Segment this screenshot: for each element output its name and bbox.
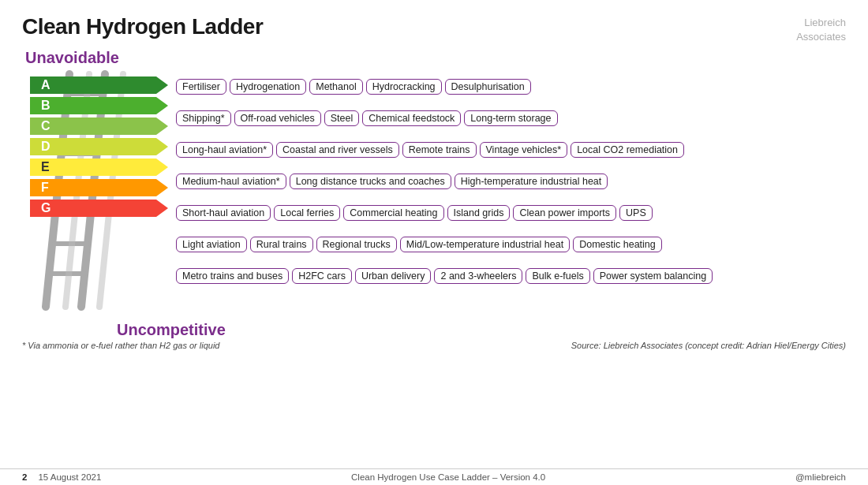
- tag: Urban delivery: [355, 268, 432, 284]
- page-title: Clean Hydrogen Ladder: [22, 14, 263, 39]
- svg-text:F: F: [41, 181, 49, 194]
- tag: Long-haul aviation*: [176, 142, 273, 158]
- tag: Regional trucks: [316, 237, 397, 252]
- footer-center: Clean Hydrogen Use Case Ladder – Version…: [101, 472, 795, 482]
- tag: Metro trains and buses: [176, 268, 289, 284]
- tag-list-e: Short-haul aviationLocal ferriesCommerci…: [176, 205, 653, 221]
- note-right: Source: Liebreich Associates (concept cr…: [571, 341, 846, 350]
- tag: Commercial heating: [343, 205, 443, 221]
- tag: High-temperature industrial heat: [455, 173, 608, 189]
- tag: Clean power imports: [513, 205, 616, 221]
- tag-list-a: FertiliserHydrogenationMethanolHydrocrac…: [176, 79, 531, 95]
- tag: Chemical feedstock: [362, 110, 461, 126]
- rows-area: FertiliserHydrogenationMethanolHydrocrac…: [176, 70, 846, 291]
- tag: Vintage vehicles*: [480, 142, 568, 158]
- tag: Desulphurisation: [445, 79, 531, 95]
- tag: Coastal and river vessels: [276, 142, 399, 158]
- logo: Liebreich Associates: [796, 16, 846, 44]
- tag: Remote trains: [402, 142, 477, 158]
- bottom-bar: 2 15 August 2021 Clean Hydrogen Use Case…: [0, 468, 868, 485]
- header: Clean Hydrogen Ladder Liebreich Associat…: [22, 14, 846, 44]
- tag: Local CO2 remediation: [571, 142, 684, 158]
- tag: Short-haul aviation: [176, 205, 271, 221]
- svg-text:G: G: [41, 201, 51, 215]
- svg-marker-11: [30, 76, 168, 94]
- ladder-svg: A B C D E F G: [22, 70, 176, 315]
- note-left: * Via ammonia or e-fuel rather than H2 g…: [22, 341, 220, 350]
- tag: Off-road vehicles: [234, 110, 321, 126]
- tag: Shipping*: [176, 110, 231, 126]
- ladder-row-d: Medium-haul aviation*Long distance truck…: [176, 166, 846, 196]
- svg-text:C: C: [41, 119, 51, 132]
- unavoidable-label: Unavoidable: [25, 49, 846, 67]
- ladder-row-a: FertiliserHydrogenationMethanolHydrocrac…: [176, 72, 846, 102]
- ladder-row-b: Shipping*Off-road vehiclesSteelChemical …: [176, 103, 846, 133]
- tag: UPS: [619, 205, 653, 221]
- svg-marker-13: [30, 97, 168, 114]
- footer-date: 15 August 2021: [38, 472, 101, 482]
- svg-marker-15: [30, 118, 168, 135]
- tag: H2FC cars: [292, 268, 352, 284]
- tag-list-g: Metro trains and busesH2FC carsUrban del…: [176, 268, 713, 284]
- ladder-row-c: Long-haul aviation*Coastal and river ves…: [176, 135, 846, 165]
- ladder-row-g: Metro trains and busesH2FC carsUrban del…: [176, 261, 846, 291]
- ladder-row-e: Short-haul aviationLocal ferriesCommerci…: [176, 198, 846, 228]
- tag: Medium-haul aviation*: [176, 173, 286, 189]
- ladder-graphic: A B C D E F G: [22, 70, 176, 318]
- tag: Hydrogenation: [230, 79, 306, 95]
- tag: Local ferries: [274, 205, 340, 221]
- tag-list-b: Shipping*Off-road vehiclesSteelChemical …: [176, 110, 558, 126]
- footer-right: @mliebreich: [795, 472, 846, 482]
- tag: Island grids: [447, 205, 511, 221]
- tag: Power system balancing: [593, 268, 713, 284]
- svg-marker-19: [30, 159, 168, 176]
- tag: Steel: [324, 110, 360, 126]
- ladder-row-f: Light aviationRural trainsRegional truck…: [176, 229, 846, 259]
- tag: Domestic heating: [573, 237, 662, 252]
- page-number: 2: [22, 472, 27, 482]
- tag: Mid/Low-temperature industrial heat: [400, 237, 570, 252]
- svg-text:D: D: [41, 140, 51, 153]
- tag: Hydrocracking: [366, 79, 442, 95]
- tag: Rural trains: [250, 237, 313, 252]
- tag: 2 and 3-wheelers: [434, 268, 522, 284]
- tag-list-c: Long-haul aviation*Coastal and river ves…: [176, 142, 684, 158]
- svg-marker-17: [30, 138, 168, 155]
- tag: Long distance trucks and coaches: [290, 173, 451, 189]
- svg-marker-21: [30, 179, 168, 196]
- svg-text:E: E: [41, 160, 50, 173]
- svg-text:A: A: [41, 78, 51, 91]
- uncompetitive-label: Uncompetitive: [117, 321, 846, 339]
- tag: Fertiliser: [176, 79, 226, 95]
- svg-text:B: B: [41, 99, 51, 112]
- tag-list-f: Light aviationRural trainsRegional truck…: [176, 237, 662, 252]
- footer-notes: * Via ammonia or e-fuel rather than H2 g…: [22, 341, 846, 350]
- tag: Methanol: [309, 79, 362, 95]
- tag-list-d: Medium-haul aviation*Long distance truck…: [176, 173, 608, 189]
- page: Clean Hydrogen Ladder Liebreich Associat…: [0, 0, 868, 485]
- tag: Light aviation: [176, 237, 247, 252]
- tag: Bulk e-fuels: [526, 268, 589, 284]
- tag: Long-term storage: [464, 110, 557, 126]
